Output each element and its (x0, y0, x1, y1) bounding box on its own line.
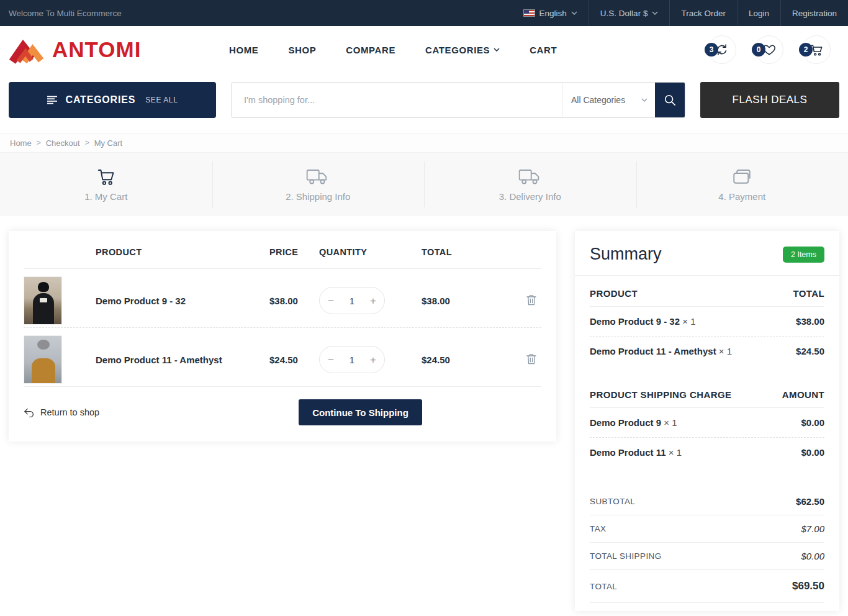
divider (590, 602, 824, 603)
topbar: Welcome To Multi Ecommerce English U.S. … (0, 0, 848, 26)
breadcrumb-home[interactable]: Home (10, 138, 32, 148)
compare-count-badge: 3 (705, 43, 718, 57)
step-payment: 4. Payment (636, 153, 848, 216)
product-image (24, 276, 62, 325)
product-line-total: $38.00 (422, 296, 517, 306)
us-flag-icon (523, 9, 535, 17)
remove-item-button[interactable] (526, 294, 541, 307)
summary-item-total: $24.50 (796, 346, 824, 356)
product-name-link[interactable]: Demo Product 11 - Amethyst (96, 355, 269, 365)
welcome-text: Welcome To Multi Ecommerce (9, 9, 122, 18)
quantity-stepper: − 1 + (319, 287, 385, 314)
wishlist-count-badge: 0 (752, 43, 765, 57)
trash-icon (526, 353, 536, 365)
brand-logo[interactable]: ANTOMI (9, 34, 229, 65)
wishlist-button[interactable]: 0 (755, 35, 783, 64)
compare-button[interactable]: 3 (708, 35, 736, 64)
tax-value: $7.00 (801, 523, 824, 534)
see-all-label: SEE ALL (145, 96, 178, 104)
qty-decrease-button[interactable]: − (328, 296, 334, 306)
main-content: PRODUCT PRICE QUANTITY TOTAL Demo Produc… (0, 216, 848, 611)
nav-categories-label: CATEGORIES (425, 45, 490, 55)
total-shipping-row: TOTAL SHIPPING $0.00 (575, 543, 839, 569)
total-shipping-label: TOTAL SHIPPING (590, 551, 662, 561)
step-label: 3. Delivery Info (499, 191, 561, 202)
col-product: PRODUCT (96, 247, 269, 257)
step-label: 4. Payment (718, 191, 765, 202)
summary-item: Demo Product 9 - 32 × 1 $38.00 (575, 307, 839, 336)
shipping-amount-title: AMOUNT (782, 389, 824, 400)
cart-icon (96, 168, 117, 186)
product-name-link[interactable]: Demo Product 9 - 32 (96, 296, 269, 306)
remove-item-button[interactable] (526, 353, 541, 366)
nav-cart[interactable]: CART (530, 45, 557, 55)
search-submit-button[interactable] (655, 83, 685, 117)
tax-row: TAX $7.00 (575, 515, 839, 542)
categories-menu-button[interactable]: CATEGORIES SEE ALL (9, 82, 216, 118)
search-bar: All Categories (231, 82, 685, 118)
subtotal-label: SUBTOTAL (590, 497, 635, 506)
login-link[interactable]: Login (737, 0, 780, 26)
qty-decrease-button[interactable]: − (328, 355, 334, 365)
main-header: ANTOMI HOME SHOP COMPARE CATEGORIES CART… (0, 26, 848, 73)
breadcrumb: Home > Checkout > My Cart (0, 133, 848, 153)
summary-item: Demo Product 11 - Amethyst × 1 $24.50 (575, 337, 839, 366)
hamburger-icon (47, 96, 58, 104)
nav-shop[interactable]: SHOP (288, 45, 316, 55)
summary-item-name: Demo Product 11 - Amethyst (590, 346, 716, 356)
trash-icon (526, 294, 536, 306)
return-to-shop-label: Return to shop (40, 407, 99, 417)
shipping-charge-columns: PRODUCT SHIPPING CHARGE AMOUNT (575, 377, 839, 407)
cart-button[interactable]: 2 (802, 35, 831, 64)
quantity-stepper: − 1 + (319, 346, 385, 373)
header-actions: 3 0 2 (708, 35, 839, 64)
cart-row: Demo Product 9 - 32 $38.00 − 1 + $38.00 (9, 269, 556, 327)
category-select[interactable]: All Categories (562, 83, 655, 117)
chevron-down-icon (571, 11, 577, 15)
currency-selector[interactable]: U.S. Dollar $ (589, 0, 670, 26)
summary-title: Summary (590, 245, 662, 264)
breadcrumb-checkout[interactable]: Checkout (46, 138, 80, 148)
qty-value[interactable]: 1 (350, 355, 354, 365)
track-order-link[interactable]: Track Order (670, 0, 737, 26)
qty-increase-button[interactable]: + (370, 355, 376, 365)
topbar-links: English U.S. Dollar $ Track Order Login … (512, 0, 839, 26)
qty-increase-button[interactable]: + (370, 296, 376, 306)
registration-link[interactable]: Registration (781, 0, 839, 26)
language-label: English (539, 9, 567, 18)
product-price: $38.00 (269, 296, 319, 306)
product-image (24, 335, 62, 384)
summary-columns: PRODUCT TOTAL (575, 276, 839, 306)
step-my-cart: 1. My Cart (0, 153, 212, 216)
currency-label: U.S. Dollar $ (600, 9, 648, 18)
search-input[interactable] (232, 83, 562, 117)
summary-col-total: TOTAL (793, 288, 824, 299)
summary-item-name: Demo Product 9 - 32 (590, 316, 680, 327)
total-value: $69.50 (792, 580, 824, 592)
shipping-charge-title: PRODUCT SHIPPING CHARGE (590, 389, 731, 400)
qty-value[interactable]: 1 (350, 296, 354, 306)
step-label: 1. My Cart (84, 191, 127, 202)
total-label: TOTAL (590, 582, 617, 591)
shipping-item-amount: $0.00 (801, 417, 824, 428)
return-to-shop-link[interactable]: Return to shop (24, 407, 99, 417)
nav-home[interactable]: HOME (229, 45, 258, 55)
shipping-item-amount: $0.00 (801, 447, 824, 458)
shipping-item: Demo Product 11 × 1 $0.00 (575, 438, 839, 467)
brand-logo-icon (9, 34, 46, 65)
subtotal-value: $62.50 (796, 496, 824, 507)
nav-compare[interactable]: COMPARE (346, 45, 395, 55)
cart-row: Demo Product 11 - Amethyst $24.50 − 1 + … (9, 328, 556, 386)
summary-item-total: $38.00 (796, 316, 824, 327)
chevron-down-icon (652, 11, 658, 15)
continue-to-shipping-button[interactable]: Continue To Shipping (299, 399, 422, 425)
cart-footer: Return to shop Continue To Shipping (9, 387, 556, 442)
summary-item-qty: × 1 (719, 346, 732, 356)
search-icon (664, 94, 676, 106)
shipping-item-qty: × 1 (664, 417, 677, 428)
summary-col-product: PRODUCT (590, 288, 638, 299)
breadcrumb-separator: > (37, 138, 41, 147)
nav-categories[interactable]: CATEGORIES (425, 45, 500, 55)
flash-deals-button[interactable]: FLASH DEALS (700, 82, 839, 118)
language-selector[interactable]: English (512, 0, 589, 26)
